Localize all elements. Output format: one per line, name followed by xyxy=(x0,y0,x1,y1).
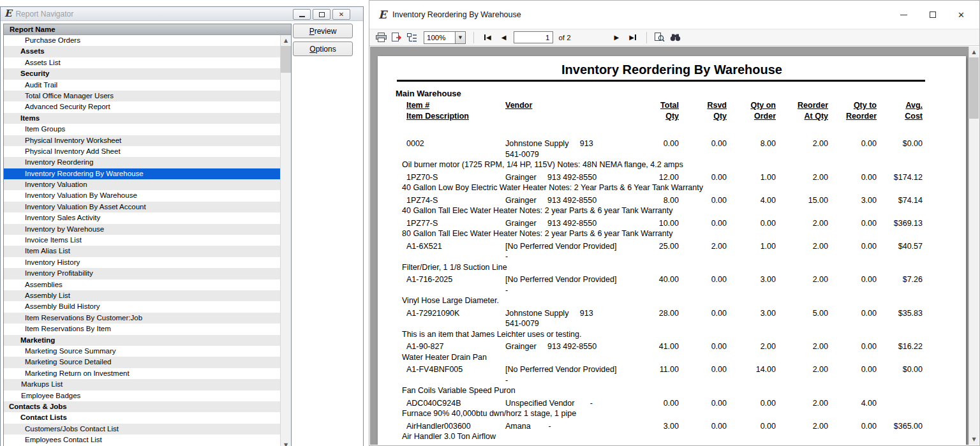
report-list-item[interactable]: Marketing xyxy=(4,335,291,346)
reorder-at-qty: 2.00 xyxy=(776,421,828,432)
report-list-item[interactable]: Inventory Reordering xyxy=(4,157,291,168)
find-icon xyxy=(670,33,681,41)
report-list-item[interactable]: Inventory Valuation By Asset Account xyxy=(4,202,291,212)
report-list-column-header[interactable]: Report Name xyxy=(4,24,291,35)
options-button[interactable]: Options xyxy=(293,41,353,56)
report-list-item-label: Inventory Reordering By Warehouse xyxy=(25,170,144,177)
report-list-item[interactable]: Contacts & Jobs xyxy=(4,401,291,412)
qty-on-order: 1.00 xyxy=(727,172,776,183)
report-list-item[interactable]: Marketing Return on Investment xyxy=(4,368,291,379)
report-list-item[interactable]: Item Alias List xyxy=(4,246,291,256)
qty-on-order: 2.00 xyxy=(727,341,776,352)
report-list-item[interactable]: Physical Inventory Add Sheet xyxy=(4,146,291,157)
minimize-button[interactable] xyxy=(889,1,918,29)
export-button[interactable] xyxy=(392,33,402,42)
qty-to-reorder: 0.00 xyxy=(828,172,877,183)
scrollbar-thumb[interactable] xyxy=(281,46,291,73)
report-list-item[interactable]: Advanced Security Report xyxy=(4,101,291,112)
find-button[interactable] xyxy=(670,33,681,41)
minimize-button[interactable] xyxy=(293,9,311,20)
report-list-item[interactable]: Purchase Orders xyxy=(4,35,291,46)
report-list-item[interactable]: Audit Trail xyxy=(4,80,291,91)
column-header: Qty xyxy=(679,111,727,122)
scroll-down-button[interactable]: ▼ xyxy=(281,440,291,446)
toggle-group-tree-button[interactable] xyxy=(407,33,417,42)
close-button[interactable]: ✕ xyxy=(947,1,976,29)
page-count-label: of 2 xyxy=(558,34,570,41)
next-page-button[interactable]: ▶ xyxy=(612,34,622,41)
scroll-up-button[interactable]: ▲ xyxy=(281,35,291,46)
report-list-item[interactable]: Assemblies xyxy=(4,279,291,290)
export-icon xyxy=(392,33,402,42)
close-button[interactable]: ✕ xyxy=(332,9,350,20)
maximize-button[interactable] xyxy=(918,1,947,29)
scrollbar-thumb[interactable] xyxy=(969,57,979,119)
scroll-down-button[interactable]: ▼ xyxy=(969,434,979,445)
report-list-item[interactable]: Invoice Items List xyxy=(4,235,291,246)
report-list-item[interactable]: Assembly List xyxy=(4,290,291,301)
column-header: Qty xyxy=(630,111,679,122)
report-list-item[interactable]: Inventory Sales Activity xyxy=(4,212,291,223)
report-list-item-label: Inventory Sales Activity xyxy=(25,214,100,221)
report-row-main-line: A1-716-2025 [No Perferred Vendor Provide… xyxy=(406,274,966,285)
qty-to-reorder: 3.00 xyxy=(828,195,877,206)
report-navigator-titlebar[interactable]: E Report Navigator ✕ xyxy=(1,7,363,21)
report-list: Report Name Purchase Orders Assets Asset… xyxy=(3,24,292,446)
toolbar-separator xyxy=(473,32,474,43)
report-list-item[interactable]: Inventory by Warehouse xyxy=(4,224,291,235)
report-list-item[interactable]: Security xyxy=(4,68,291,79)
last-page-button[interactable]: ▶ xyxy=(627,34,639,41)
scroll-up-button[interactable]: ▲ xyxy=(969,47,979,57)
window-title: Inventory Reordering By Warehouse xyxy=(392,10,521,19)
print-preview-button[interactable] xyxy=(655,33,665,42)
qty-on-order: 3.00 xyxy=(727,308,776,319)
qty-on-order: 0.00 xyxy=(727,421,776,432)
report-list-item[interactable]: Employees Contact List xyxy=(4,435,291,445)
report-list-item[interactable]: Item Reservations By Customer:Job xyxy=(4,313,291,323)
item-number: A1-90-827 xyxy=(406,341,505,352)
preview-button[interactable]: Preview xyxy=(293,24,353,38)
report-list-item[interactable]: Markups List xyxy=(4,379,291,390)
item-description: Oil burner motor (1725 RPM, 1/4 HP, 115V… xyxy=(402,160,966,170)
previous-page-button[interactable]: ◀ xyxy=(499,34,509,41)
total-qty: 3.00 xyxy=(630,421,679,432)
report-list-item[interactable]: Inventory Reordering By Warehouse xyxy=(4,168,291,179)
report-list-item-label: Customers/Jobs Contact List xyxy=(25,425,119,433)
report-list-item-label: Total Office Manager Users xyxy=(25,92,114,100)
first-page-button[interactable]: ◀ xyxy=(482,34,494,41)
report-list-item[interactable]: Item Groups xyxy=(4,124,291,135)
report-list-item[interactable]: Physical Inventory Worksheet xyxy=(4,135,291,146)
chevron-down-icon[interactable]: ▼ xyxy=(455,32,465,43)
print-button[interactable] xyxy=(376,33,387,42)
report-list-item[interactable]: Customers/Jobs Contact List xyxy=(4,424,291,435)
warehouse-group-label: Main Warehouse xyxy=(396,89,966,98)
report-list-item[interactable]: Marketing Source Summary xyxy=(4,346,291,357)
title-rule xyxy=(397,80,925,82)
item-number: A1-716-2025 xyxy=(406,274,505,285)
vendor: Unspecified Vendor - xyxy=(505,398,630,409)
vendor: Amana - xyxy=(505,421,630,432)
report-list-item[interactable]: Inventory Valuation By Warehouse xyxy=(4,190,291,201)
report-list-item[interactable]: Items xyxy=(4,113,291,124)
report-list-item[interactable]: Inventory Valuation xyxy=(4,179,291,190)
column-header: Qty on xyxy=(727,100,776,111)
app-logo-icon: E xyxy=(4,9,11,19)
report-list-item[interactable]: Contact Lists xyxy=(4,412,291,423)
report-list-item[interactable]: Inventory Profitability xyxy=(4,268,291,279)
maximize-button[interactable] xyxy=(313,9,330,20)
report-list-item[interactable]: Inventory History xyxy=(4,257,291,268)
page-number-input[interactable] xyxy=(514,31,553,43)
report-list-item[interactable]: Assets xyxy=(4,46,291,57)
report-list-item[interactable]: Assets List xyxy=(4,57,291,68)
report-list-item[interactable]: Employee Badges xyxy=(4,390,291,401)
preview-titlebar[interactable]: E Inventory Reordering By Warehouse ✕ xyxy=(369,1,979,29)
report-list-item[interactable]: Total Office Manager Users xyxy=(4,91,291,101)
zoom-combobox[interactable]: 100% ▼ xyxy=(424,31,466,44)
item-description: Vinyl Hose Large Diameter. xyxy=(402,295,966,306)
report-list-item[interactable]: Item Reservations By Item xyxy=(4,323,291,334)
report-list-item[interactable]: Marketing Source Detailed xyxy=(4,357,291,368)
report-list-item-label: Physical Inventory Add Sheet xyxy=(25,147,121,155)
report-list-item[interactable]: Assembly Build History xyxy=(4,301,291,312)
rsvd-qty: 0.00 xyxy=(679,364,727,375)
report-title: Inventory Reordering By Warehouse xyxy=(378,63,966,77)
